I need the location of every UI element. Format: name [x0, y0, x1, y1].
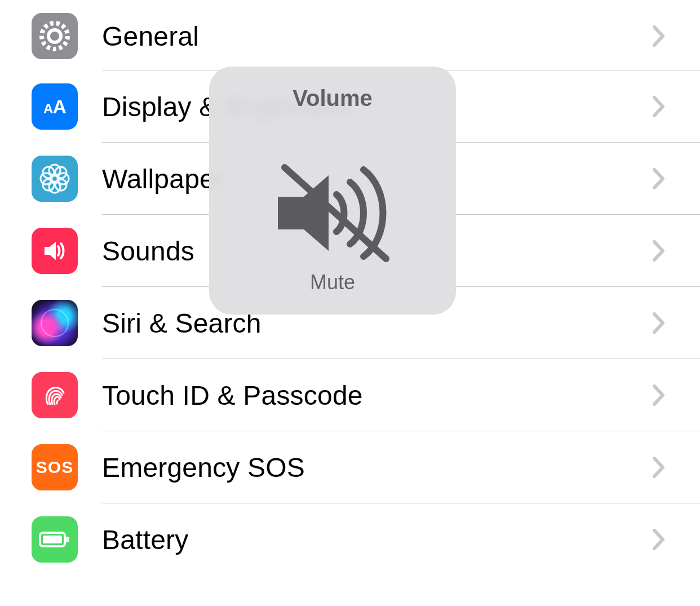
settings-row-label: General — [102, 21, 199, 52]
svg-point-12 — [41, 309, 68, 337]
siri-icon — [32, 300, 78, 346]
chevron-right-icon — [653, 240, 665, 262]
settings-row-label: Touch ID & Passcode — [102, 380, 363, 411]
chevron-right-icon — [653, 529, 665, 550]
settings-row-battery[interactable]: Battery — [0, 503, 700, 576]
svg-rect-15 — [66, 537, 69, 542]
gear-icon — [32, 13, 78, 59]
settings-row-label: Wallpaper — [102, 163, 224, 194]
hud-subtitle: Mute — [310, 271, 355, 294]
hud-title: Volume — [293, 86, 373, 111]
text-size-icon: AA — [32, 83, 78, 130]
chevron-right-icon — [653, 96, 665, 117]
svg-rect-14 — [43, 536, 62, 543]
chevron-right-icon — [653, 25, 665, 47]
chevron-right-icon — [653, 384, 665, 406]
chevron-right-icon — [653, 312, 665, 334]
settings-row-general[interactable]: General — [0, 0, 700, 72]
flower-icon — [32, 156, 78, 202]
settings-row-sos[interactable]: SOS Emergency SOS — [0, 431, 700, 503]
settings-row-label: Sounds — [102, 236, 194, 267]
speaker-icon — [32, 228, 78, 274]
sos-icon: SOS — [32, 444, 78, 490]
fingerprint-icon — [32, 372, 78, 418]
battery-icon — [32, 516, 78, 563]
settings-row-touchid[interactable]: Touch ID & Passcode — [0, 359, 700, 431]
settings-row-label: Battery — [102, 524, 188, 555]
settings-row-label: Emergency SOS — [102, 452, 305, 483]
volume-hud: Volume Mute — [209, 67, 456, 315]
chevron-right-icon — [653, 457, 665, 478]
svg-point-2 — [50, 32, 59, 41]
chevron-right-icon — [653, 168, 665, 189]
